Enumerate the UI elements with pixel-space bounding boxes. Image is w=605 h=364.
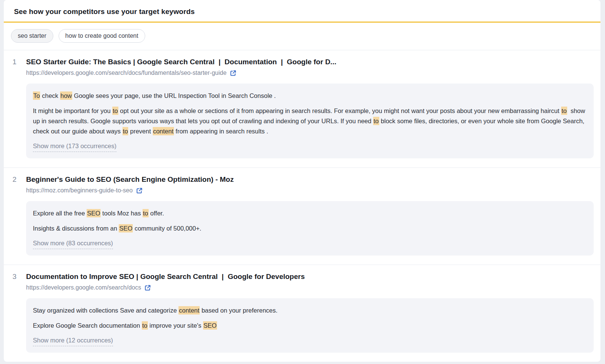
page-title: See how your competitors use your target… xyxy=(4,0,600,22)
keyword-highlight: SEO xyxy=(87,209,101,217)
show-more-link[interactable]: Show more (83 occurrences) xyxy=(33,239,113,249)
snippet-paragraph: To check how Google sees your page, use … xyxy=(33,91,585,101)
keyword-highlight: to xyxy=(123,127,129,135)
result-item: 1 SEO Starter Guide: The Basics | Google… xyxy=(4,50,600,167)
result-item: 3 Documentation to Improve SEO | Google … xyxy=(4,265,600,362)
result-url: https://developers.google.com/search/doc… xyxy=(26,69,226,77)
result-rank: 2 xyxy=(12,175,26,256)
keyword-highlight: SEO xyxy=(119,224,133,232)
result-title: Beginner's Guide to SEO (Search Engine O… xyxy=(26,175,594,184)
external-link-icon[interactable] xyxy=(230,70,236,76)
keyword-highlight: to xyxy=(373,117,379,125)
snippet-paragraph: Explore all the free SEO tools Moz has t… xyxy=(33,208,585,218)
snippet-paragraph: Stay organized with collections Save and… xyxy=(33,305,585,316)
results-list: 1 SEO Starter Guide: The Basics | Google… xyxy=(4,50,600,362)
snippet-paragraph: Insights & discussions from an SEO commu… xyxy=(33,223,585,234)
snippet-box: To check how Google sees your page, use … xyxy=(26,84,594,158)
keyword-highlight: content xyxy=(153,127,174,135)
snippet-box: Stay organized with collections Save and… xyxy=(26,298,594,353)
result-title: SEO Starter Guide: The Basics | Google S… xyxy=(26,57,594,67)
snippet-box: Explore all the free SEO tools Moz has t… xyxy=(26,201,594,256)
keyword-chip[interactable]: seo starter xyxy=(11,29,53,43)
competitor-keywords-card: See how your competitors use your target… xyxy=(4,0,600,362)
keyword-highlight: how xyxy=(60,91,72,100)
external-link-icon[interactable] xyxy=(136,187,143,194)
keyword-highlight: to xyxy=(561,107,567,115)
result-item: 2 Beginner's Guide to SEO (Search Engine… xyxy=(4,167,600,265)
keyword-highlight: SEO xyxy=(203,321,217,330)
result-title: Documentation to Improve SEO | Google Se… xyxy=(26,272,594,282)
keyword-highlight: To xyxy=(33,91,40,100)
result-url: https://moz.com/beginners-guide-to-seo xyxy=(26,186,133,195)
snippet-paragraphs: Explore all the free SEO tools Moz has t… xyxy=(33,208,585,234)
snippet-paragraph: It might be important for you to opt out… xyxy=(33,106,585,136)
result-rank: 1 xyxy=(12,57,26,158)
keyword-highlight: to xyxy=(112,107,118,115)
external-link-icon[interactable] xyxy=(144,285,151,291)
show-more-link[interactable]: Show more (12 occurrences) xyxy=(33,336,113,346)
result-url: https://developers.google.com/search/doc… xyxy=(26,283,141,292)
keyword-highlight: to xyxy=(143,209,149,217)
snippet-paragraph: Explore Google Search documentation to i… xyxy=(33,321,585,331)
result-rank: 3 xyxy=(12,272,26,353)
keyword-chips-row: seo starterhow to create good content xyxy=(4,23,600,50)
snippet-paragraphs: To check how Google sees your page, use … xyxy=(33,91,585,136)
snippet-paragraphs: Stay organized with collections Save and… xyxy=(33,305,585,331)
keyword-highlight: content xyxy=(178,306,200,314)
page-background: See how your competitors use your target… xyxy=(0,0,605,364)
keyword-chip[interactable]: how to create good content xyxy=(59,29,145,43)
show-more-link[interactable]: Show more (173 occurrences) xyxy=(33,142,116,152)
keyword-highlight: to xyxy=(142,321,148,330)
